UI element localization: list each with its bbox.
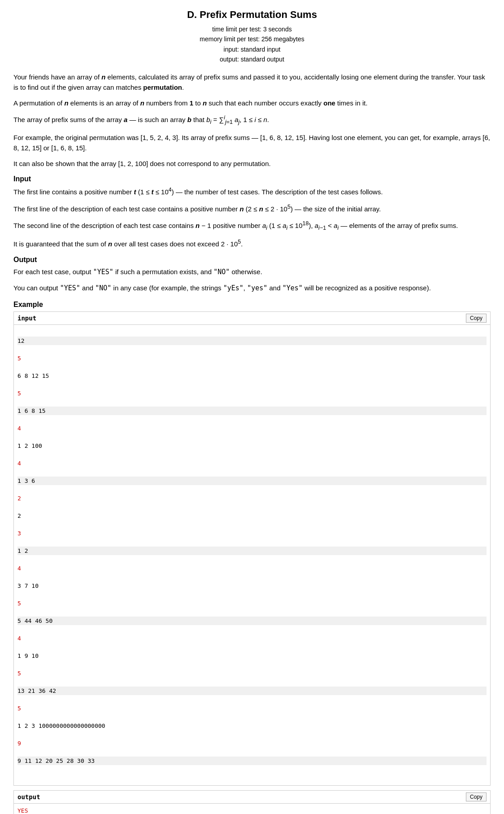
input-block-header: input Copy	[14, 312, 490, 325]
input-desc-1: The first line contains a positive numbe…	[13, 186, 491, 197]
copy-output-button[interactable]: Copy	[466, 792, 487, 801]
output-desc-2: You can output "YES" and "NO" in any cas…	[13, 283, 491, 293]
intro-paragraph-4: For example, the original permutation wa…	[13, 132, 491, 153]
output-line-1: YES	[17, 806, 487, 814]
input-section-title: Input	[13, 175, 491, 183]
output-block-label: output	[17, 793, 40, 801]
input-type: input: standard input	[13, 44, 491, 54]
memory-limit: memory limit per test: 256 megabytes	[13, 34, 491, 44]
intro-paragraph-1: Your friends have an array of n elements…	[13, 72, 491, 93]
input-block: input Copy 12 5 6 8 12 15 5 1 6 8 15 4 1…	[13, 311, 491, 786]
intro-paragraph-5: It can also be shown that the array [1, …	[13, 158, 491, 169]
output-type: output: standard output	[13, 54, 491, 64]
output-section-title: Output	[13, 256, 491, 264]
input-block-label: input	[17, 315, 36, 322]
input-desc-4: It is guaranteed that the sum of n over …	[13, 238, 491, 249]
output-block-header: output Copy	[14, 791, 490, 804]
output-block-content: YES YES NO YES YES NO YES NO NO NO NO NO	[14, 804, 490, 814]
input-desc-2: The first line of the description of eac…	[13, 203, 491, 214]
input-block-content: 12 5 6 8 12 15 5 1 6 8 15 4 1 2 100 4 1 …	[14, 325, 490, 785]
page-title: D. Prefix Permutation Sums	[13, 9, 491, 21]
example-title: Example	[13, 301, 491, 309]
intro-paragraph-3: The array of prefix sums of the array a …	[13, 114, 491, 127]
copy-input-button[interactable]: Copy	[466, 314, 487, 323]
output-desc-1: For each test case, output "YES" if such…	[13, 267, 491, 277]
time-limit: time limit per test: 3 seconds	[13, 24, 491, 34]
output-block: output Copy YES YES NO YES YES NO YES NO…	[13, 790, 491, 814]
input-desc-3: The second line of the description of ea…	[13, 219, 491, 232]
meta-info: time limit per test: 3 seconds memory li…	[13, 24, 491, 65]
intro-paragraph-2: A permutation of n elements is an array …	[13, 98, 491, 108]
